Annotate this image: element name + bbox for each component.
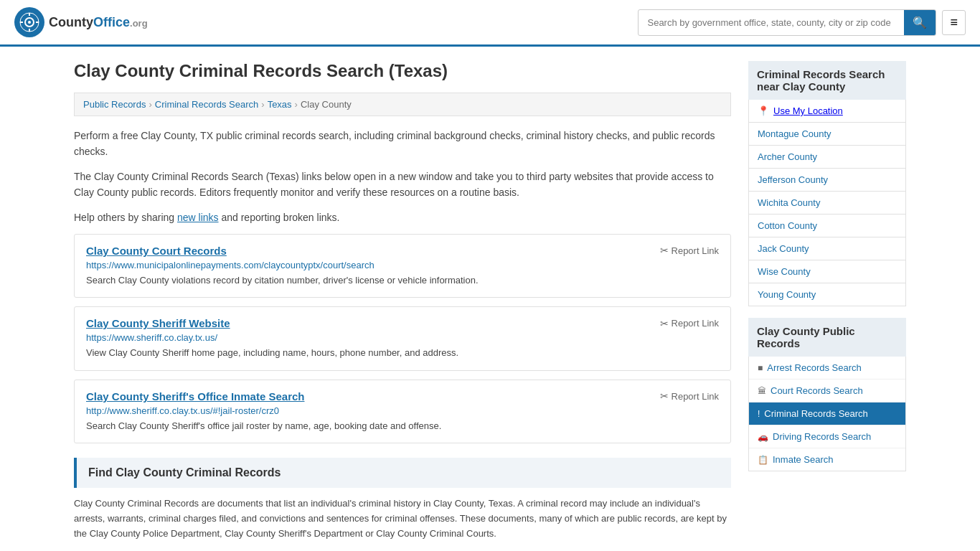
link-items-container: Clay County Court Records ✂ Report Link …	[74, 234, 731, 444]
nearby-county-link-4[interactable]: Cotton County	[758, 220, 817, 231]
link-item-header: Clay County Court Records ✂ Report Link	[86, 245, 719, 257]
breadcrumb-criminal-records[interactable]: Criminal Records Search	[155, 99, 259, 110]
breadcrumb-sep-1: ›	[149, 99, 151, 110]
logo-text: CountyOffice.org	[49, 15, 148, 30]
link-item: Clay County Sheriff's Office Inmate Sear…	[74, 380, 731, 444]
breadcrumb-public-records[interactable]: Public Records	[83, 99, 146, 110]
clipboard-icon: 📋	[758, 455, 768, 465]
public-records-item[interactable]: 🏛 Court Records Search	[749, 380, 905, 402]
court-icon: 🏛	[758, 386, 766, 396]
link-url-2: http://www.sheriff.co.clay.tx.us/#!jail-…	[86, 405, 719, 416]
link-item-title-2[interactable]: Clay County Sheriff's Office Inmate Sear…	[86, 390, 304, 402]
report-icon-2: ✂	[660, 390, 669, 402]
nearby-county-link-6[interactable]: Wise County	[758, 266, 811, 277]
svg-point-6	[28, 21, 31, 24]
public-records-link-2[interactable]: Criminal Records Search	[764, 408, 868, 419]
sidebar: Criminal Records Search near Clay County…	[748, 61, 906, 542]
search-input[interactable]	[639, 11, 904, 34]
desc3-post: and reporting broken links.	[219, 212, 340, 223]
report-icon-0: ✂	[660, 245, 669, 256]
logo-icon	[14, 7, 44, 37]
search-button[interactable]: 🔍	[904, 10, 936, 35]
nearby-county-link-5[interactable]: Jack County	[758, 243, 809, 254]
nearby-county-item[interactable]: Wise County	[749, 260, 905, 283]
find-section-desc: Clay County Criminal Records are documen…	[74, 496, 731, 541]
nearby-county-item[interactable]: Jack County	[749, 237, 905, 260]
public-records-list: ■ Arrest Records Search 🏛 Court Records …	[748, 357, 906, 471]
nearby-county-item[interactable]: Cotton County	[749, 215, 905, 237]
report-link-1[interactable]: ✂ Report Link	[660, 318, 719, 329]
link-item: Clay County Court Records ✂ Report Link …	[74, 234, 731, 298]
nearby-county-item[interactable]: Jefferson County	[749, 169, 905, 191]
breadcrumb-sep-3: ›	[295, 99, 298, 110]
link-desc-1: View Clay County Sheriff home page, incl…	[86, 346, 719, 360]
link-desc-0: Search Clay County violations record by …	[86, 273, 719, 288]
public-records-item[interactable]: 🚗 Driving Records Search	[749, 425, 905, 448]
menu-button[interactable]: ≡	[942, 10, 966, 35]
link-item-title-0[interactable]: Clay County Court Records	[86, 245, 227, 257]
public-records-link-3[interactable]: Driving Records Search	[773, 431, 871, 442]
square-icon: ■	[758, 363, 763, 373]
link-item-header: Clay County Sheriff's Office Inmate Sear…	[86, 390, 719, 402]
header: CountyOffice.org 🔍 ≡	[0, 0, 980, 47]
description-2: The Clay County Criminal Records Search …	[74, 169, 731, 201]
public-records-link-1[interactable]: Court Records Search	[771, 385, 863, 396]
breadcrumb-sep-2: ›	[261, 99, 264, 110]
desc3-pre: Help others by sharing	[74, 212, 177, 223]
public-records-section: Clay County Public Records ■ Arrest Reco…	[748, 318, 906, 471]
page-title: Clay County Criminal Records Search (Tex…	[74, 61, 731, 81]
link-item: Clay County Sheriff Website ✂ Report Lin…	[74, 306, 731, 371]
nearby-section: Criminal Records Search near Clay County…	[748, 61, 906, 306]
breadcrumb: Public Records › Criminal Records Search…	[74, 93, 731, 116]
nearby-county-item[interactable]: Young County	[749, 283, 905, 306]
nearby-county-link-0[interactable]: Montague County	[758, 128, 831, 139]
header-right: 🔍 ≡	[638, 9, 966, 36]
breadcrumb-clay-county: Clay County	[301, 99, 352, 110]
logo-area: CountyOffice.org	[14, 7, 148, 37]
location-pin-icon: 📍	[758, 105, 769, 116]
public-records-item[interactable]: 📋 Inmate Search	[749, 448, 905, 471]
link-item-header: Clay County Sheriff Website ✂ Report Lin…	[86, 317, 719, 329]
report-link-2[interactable]: ✂ Report Link	[660, 390, 719, 402]
nearby-county-link-7[interactable]: Young County	[758, 289, 816, 300]
link-url-1: https://www.sheriff.co.clay.tx.us/	[86, 332, 719, 343]
nearby-section-header: Criminal Records Search near Clay County	[748, 61, 906, 100]
link-url-0: https://www.municipalonlinepayments.com/…	[86, 260, 719, 270]
content-area: Clay County Criminal Records Search (Tex…	[74, 61, 731, 542]
find-section-title: Find Clay County Criminal Records	[88, 466, 720, 479]
public-records-item[interactable]: ! Criminal Records Search	[749, 402, 905, 425]
search-bar: 🔍	[638, 9, 936, 36]
nearby-county-link-3[interactable]: Wichita County	[758, 197, 820, 208]
description-1: Perform a free Clay County, TX public cr…	[74, 128, 731, 160]
public-records-link-0[interactable]: Arrest Records Search	[767, 362, 862, 373]
nearby-county-link-2[interactable]: Jefferson County	[758, 174, 828, 185]
public-records-section-header: Clay County Public Records	[748, 318, 906, 357]
report-icon-1: ✂	[660, 318, 669, 329]
public-records-item[interactable]: ■ Arrest Records Search	[749, 357, 905, 380]
exclamation-icon: !	[758, 409, 760, 419]
main-container: Clay County Criminal Records Search (Tex…	[60, 47, 920, 551]
nearby-county-item[interactable]: Wichita County	[749, 192, 905, 214]
public-records-link-4[interactable]: Inmate Search	[773, 454, 834, 465]
find-section: Find Clay County Criminal Records	[74, 458, 731, 488]
new-links-link[interactable]: new links	[177, 212, 219, 223]
breadcrumb-texas[interactable]: Texas	[268, 99, 292, 110]
use-location-item[interactable]: 📍 Use My Location	[748, 100, 906, 123]
car-icon: 🚗	[758, 432, 768, 442]
link-item-title-1[interactable]: Clay County Sheriff Website	[86, 317, 230, 329]
report-link-0[interactable]: ✂ Report Link	[660, 245, 719, 256]
use-location-link[interactable]: Use My Location	[773, 105, 843, 116]
nearby-county-item[interactable]: Montague County	[749, 123, 905, 145]
nearby-county-item[interactable]: Archer County	[749, 146, 905, 168]
description-3: Help others by sharing new links and rep…	[74, 209, 731, 225]
nearby-county-link-1[interactable]: Archer County	[758, 151, 817, 162]
nearby-counties-list: Montague CountyArcher CountyJefferson Co…	[748, 123, 906, 306]
link-desc-2: Search Clay County Sheriff's office jail…	[86, 419, 719, 433]
